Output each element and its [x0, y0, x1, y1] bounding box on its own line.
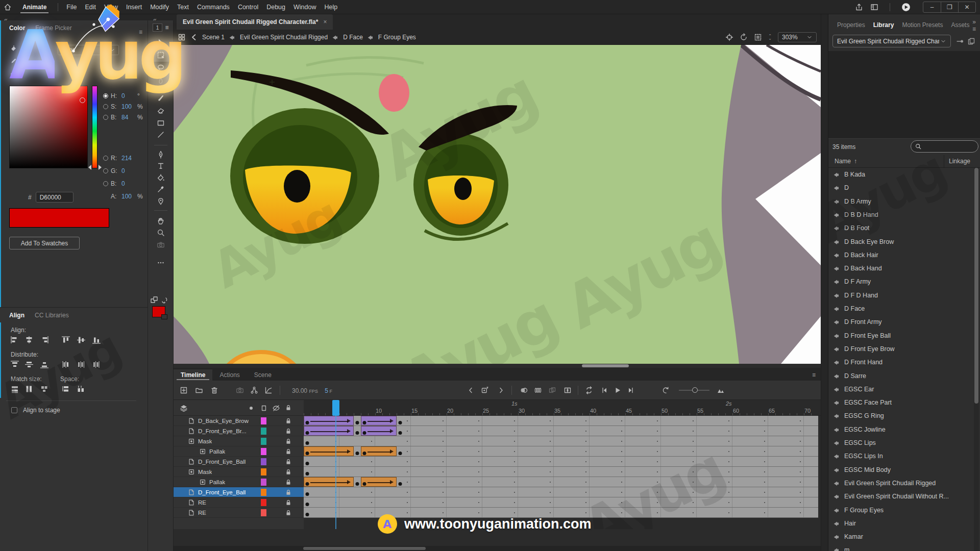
zoom-stepper-icon[interactable]: ⌃⌄	[768, 35, 772, 40]
panel-menu-icon[interactable]: ≡	[139, 29, 142, 36]
layer-color-swatch[interactable]	[261, 468, 266, 475]
tween-span[interactable]	[304, 416, 354, 425]
tween-span[interactable]	[361, 416, 397, 425]
frame-row-2[interactable]	[304, 426, 818, 436]
layer-lock-icon[interactable]	[285, 479, 292, 486]
trash-icon[interactable]	[208, 384, 220, 396]
layer-color-swatch[interactable]	[261, 479, 266, 486]
tab-library[interactable]: Library	[870, 20, 898, 30]
keyframe-dot[interactable]	[363, 452, 366, 455]
default-fill-stroke-icon[interactable]	[150, 296, 158, 304]
keyframe-dot[interactable]	[363, 421, 366, 424]
close-document-icon[interactable]: ×	[323, 18, 327, 26]
graph-editor-icon[interactable]	[262, 384, 275, 396]
layer-lock-icon[interactable]	[285, 499, 292, 506]
onion-skin-icon[interactable]	[518, 384, 530, 396]
column-name[interactable]: Name	[835, 158, 851, 165]
h-value[interactable]: 0	[121, 92, 135, 99]
h-field[interactable]: H:0°	[103, 92, 140, 100]
frame-row-5[interactable]	[304, 457, 818, 467]
library-item-egsc-lips-in[interactable]: EGSC Lips In	[828, 449, 972, 463]
parenting-icon[interactable]	[248, 384, 260, 396]
hue-slider[interactable]	[92, 86, 97, 168]
selection-tool[interactable]	[152, 36, 170, 49]
keyframe-dot[interactable]	[306, 472, 309, 475]
breadcrumb-d-face[interactable]: D Face	[343, 34, 363, 41]
restore-button[interactable]: ❐	[941, 2, 958, 13]
s-field[interactable]: S:100%	[103, 103, 143, 111]
layer-color-swatch[interactable]	[261, 438, 266, 445]
keyframe-dot[interactable]	[306, 503, 309, 506]
color-picker-marker[interactable]	[80, 97, 85, 103]
layer-row-re[interactable]: RE	[174, 508, 304, 518]
library-item-egsc-jowline[interactable]: EGSC Jowline	[828, 423, 972, 436]
prev-keyframe-icon[interactable]	[464, 384, 477, 396]
menu-item-modify[interactable]: Modify	[146, 4, 173, 11]
a-value[interactable]: 100	[121, 193, 135, 200]
library-item-egsc-lips[interactable]: EGSC Lips	[828, 436, 972, 449]
asset-warp-tool[interactable]	[152, 195, 170, 208]
zoom-level-select[interactable]: 303%	[778, 32, 817, 42]
close-button[interactable]: ✕	[958, 2, 975, 13]
swap-colors-icon[interactable]	[160, 296, 168, 304]
library-item-egsc-ear[interactable]: EGSC Ear	[828, 383, 972, 396]
layer-color-swatch[interactable]	[261, 448, 266, 455]
layer-color-swatch[interactable]	[261, 458, 266, 465]
timeline-ruler[interactable]: 1s2s10152025303540455055606570	[304, 400, 821, 416]
library-panel-menu-icon[interactable]: ≡	[972, 26, 976, 33]
library-item-d-f-d-hand[interactable]: D F D Hand	[828, 289, 972, 302]
layer-row-d-front-eye-ball[interactable]: D_Front_Eye_Ball	[174, 457, 304, 467]
minimize-button[interactable]: –	[923, 2, 941, 13]
saturation-brightness-picker[interactable]	[9, 86, 88, 168]
keyframe-dot[interactable]	[399, 482, 402, 486]
layer-lock-icon[interactable]	[285, 489, 292, 496]
frame-row-4[interactable]	[304, 446, 818, 457]
lock-all-layers-icon[interactable]	[285, 404, 292, 411]
b2-radio[interactable]	[103, 181, 108, 186]
keyframe-dot[interactable]	[399, 421, 402, 424]
library-item-m[interactable]: m	[828, 543, 972, 551]
keyframe-dot[interactable]	[306, 421, 309, 424]
tab-timeline[interactable]: Timeline	[174, 369, 212, 381]
sort-ascending-icon[interactable]: ↑	[854, 158, 857, 165]
keyframe-dot[interactable]	[356, 431, 359, 435]
toolbar-stroke-swatch[interactable]	[161, 314, 167, 319]
keyframe-dot[interactable]	[306, 513, 309, 516]
pin-library-icon[interactable]	[956, 37, 964, 45]
layer-row-mask[interactable]: Mask	[174, 436, 304, 446]
tween-span[interactable]	[361, 477, 397, 487]
tab-frame-picker[interactable]: Frame Picker	[31, 22, 76, 34]
breadcrumb-scene[interactable]: Scene 1	[202, 34, 225, 41]
hue-slider-arrow-right[interactable]	[99, 165, 102, 170]
timeline-horizontal-scrollbar[interactable]	[174, 546, 821, 551]
s-value[interactable]: 100	[121, 103, 135, 110]
tween-span[interactable]	[361, 446, 397, 456]
layer-row-pallak[interactable]: Pallak	[174, 446, 304, 457]
add-to-swatches-button[interactable]: Add To Swatches	[9, 237, 80, 249]
r-radio[interactable]	[103, 156, 108, 161]
library-item-egsc-g-ring[interactable]: EGSC G Ring	[828, 409, 972, 422]
b-field[interactable]: B:84%	[103, 113, 143, 121]
onion-outlines-icon[interactable]	[532, 384, 544, 396]
reset-loop-icon[interactable]	[659, 384, 672, 396]
library-item-f-group-eyes[interactable]: F Group Eyes	[828, 504, 972, 517]
library-item-d-back-hair[interactable]: D Back Hair	[828, 248, 972, 262]
library-item-kamar[interactable]: Kamar	[828, 530, 972, 543]
frame-row-1[interactable]	[304, 416, 818, 426]
expand-panel-icon[interactable]: »	[972, 18, 976, 26]
menu-item-commands[interactable]: Commands	[193, 4, 234, 11]
r-value[interactable]: 214	[121, 155, 135, 162]
keyframe-dot[interactable]	[306, 492, 309, 496]
keyframe-dot[interactable]	[356, 452, 359, 455]
frame-row-6[interactable]	[304, 467, 818, 477]
camera-tool[interactable]	[152, 238, 170, 252]
tab-assets[interactable]: Assets	[947, 20, 973, 30]
layer-color-swatch[interactable]	[261, 509, 266, 516]
tween-span[interactable]	[304, 426, 354, 436]
stroke-pencil-icon[interactable]	[10, 57, 17, 64]
line-tool[interactable]	[152, 128, 170, 141]
step-back-icon[interactable]	[598, 384, 610, 396]
default-colors-icon[interactable]	[10, 70, 18, 79]
column-divider[interactable]	[944, 155, 944, 168]
app-menu-animate[interactable]: Animate	[15, 0, 54, 14]
